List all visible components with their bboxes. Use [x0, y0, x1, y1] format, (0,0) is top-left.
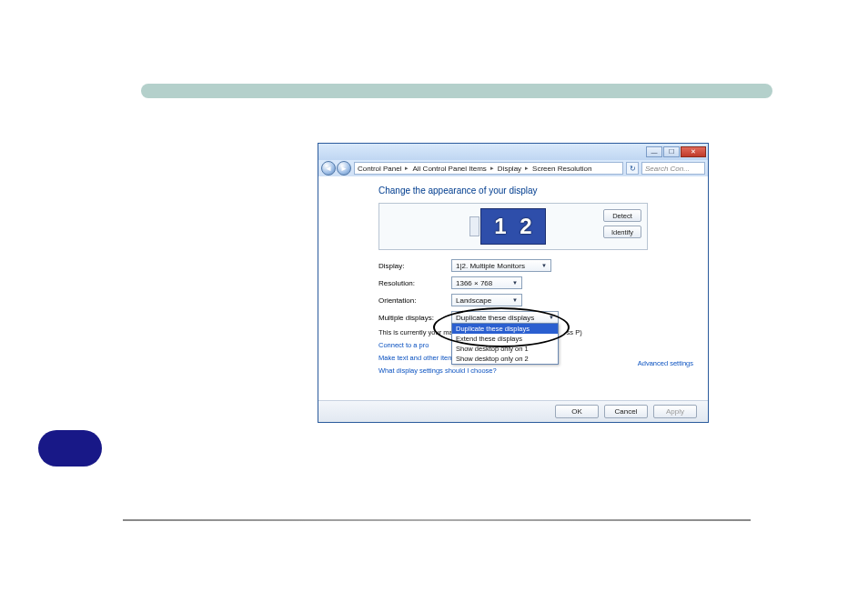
chevron-right-icon: ▸	[490, 165, 494, 172]
combo-display-value: 1|2. Multiple Monitors	[456, 262, 525, 270]
chevron-down-icon: ▼	[540, 263, 549, 268]
dropdown-multiple-displays: Duplicate these displays Extend these di…	[451, 323, 559, 365]
combo-multiple-displays[interactable]: Duplicate these displays ▼	[451, 311, 559, 324]
notice-press-suffix: ss P)	[567, 328, 582, 336]
ok-button[interactable]: OK	[555, 405, 599, 418]
dropdown-option[interactable]: Show desktop only on 1	[452, 344, 558, 354]
combo-orientation[interactable]: Landscape ▼	[451, 294, 522, 306]
address-row: ◄ ► Control Panel▸ All Control Panel Ite…	[318, 160, 708, 176]
apply-button[interactable]: Apply	[653, 405, 697, 418]
content-area: Change the appearance of your display 1 …	[318, 176, 708, 375]
dropdown-option[interactable]: Duplicate these displays	[452, 324, 558, 334]
monitor-number-1: 1	[488, 214, 513, 239]
dropdown-option[interactable]: Show desktop only on 2	[452, 354, 558, 364]
decor-bar	[141, 84, 772, 98]
dropdown-option[interactable]: Extend these displays	[452, 334, 558, 344]
dialog-footer: OK Cancel Apply	[318, 400, 708, 422]
chevron-down-icon: ▼	[510, 280, 520, 286]
label-display: Display:	[378, 262, 451, 270]
minimize-button[interactable]: —	[646, 146, 662, 157]
monitor-number-2: 2	[513, 214, 539, 239]
maximize-button[interactable]: ☐	[663, 146, 680, 157]
detect-button[interactable]: Detect	[603, 209, 641, 222]
identify-button[interactable]: Identify	[603, 226, 641, 238]
combo-multiple-displays-value: Duplicate these displays	[456, 314, 534, 322]
refresh-button[interactable]: ↻	[626, 162, 639, 175]
page-title: Change the appearance of your display	[378, 186, 691, 196]
search-input[interactable]: Search Con...	[641, 162, 705, 175]
combo-resolution-value: 1366 × 768	[456, 279, 492, 287]
label-resolution: Resolution:	[378, 279, 451, 287]
titlebar: — ☐ ✕	[318, 144, 708, 160]
chevron-right-icon: ▸	[405, 165, 409, 172]
nav-buttons: ◄ ►	[321, 161, 351, 176]
forward-button[interactable]: ►	[337, 161, 351, 176]
chevron-right-icon: ▸	[525, 165, 529, 172]
chevron-down-icon: ▼	[547, 315, 556, 320]
breadcrumb-item[interactable]: Control Panel	[358, 165, 401, 173]
breadcrumb-item[interactable]: Screen Resolution	[532, 165, 591, 173]
label-multiple-displays: Multiple displays:	[378, 314, 451, 322]
combo-orientation-value: Landscape	[456, 296, 491, 305]
cancel-button[interactable]: Cancel	[604, 405, 648, 418]
window-screen-resolution: — ☐ ✕ ◄ ► Control Panel▸ All Control Pan…	[318, 143, 709, 423]
back-button[interactable]: ◄	[321, 161, 336, 176]
row-resolution: Resolution: 1366 × 768 ▼	[378, 276, 691, 289]
combo-display[interactable]: 1|2. Multiple Monitors ▼	[451, 259, 551, 272]
monitor-mini-icon	[469, 216, 479, 236]
chevron-down-icon: ▼	[510, 297, 520, 303]
label-orientation: Orientation:	[378, 296, 451, 305]
decor-pill	[38, 430, 102, 467]
preview-side-buttons: Detect Identify	[603, 209, 641, 238]
combo-resolution[interactable]: 1366 × 768 ▼	[451, 276, 522, 289]
breadcrumb-item[interactable]: Display	[498, 165, 521, 173]
row-display: Display: 1|2. Multiple Monitors ▼	[378, 259, 691, 272]
link-what-settings[interactable]: What display settings should I choose?	[378, 366, 691, 375]
row-orientation: Orientation: Landscape ▼	[378, 294, 691, 306]
row-multiple-displays: Multiple displays: Duplicate these displ…	[378, 311, 691, 324]
link-advanced-settings[interactable]: Advanced settings	[638, 359, 693, 367]
breadcrumb-item[interactable]: All Control Panel Items	[412, 165, 486, 173]
monitor-graphic[interactable]: 1 2	[480, 208, 546, 245]
display-preview: 1 2 Detect Identify	[378, 203, 648, 250]
close-button[interactable]: ✕	[681, 146, 706, 157]
decor-line	[123, 519, 751, 521]
breadcrumb[interactable]: Control Panel▸ All Control Panel Items▸ …	[354, 162, 623, 175]
